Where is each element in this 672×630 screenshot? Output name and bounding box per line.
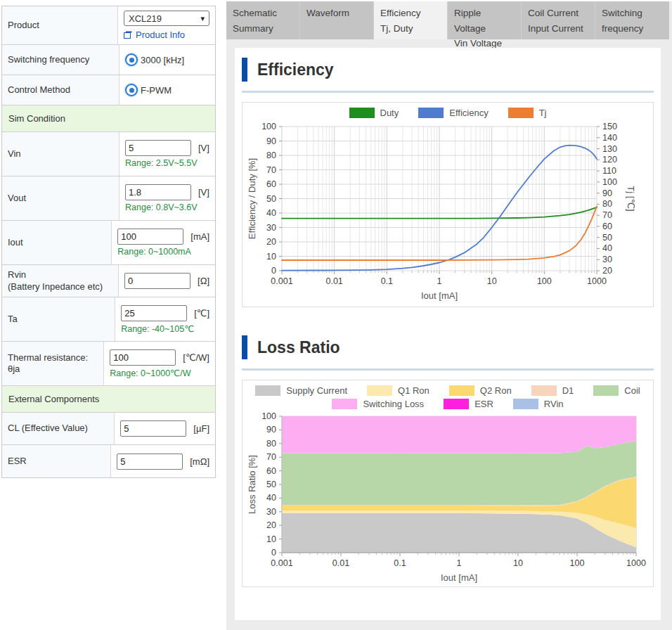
legend-swatch-coil: [593, 385, 619, 396]
svg-text:50: 50: [266, 480, 276, 489]
legend-swatch-tj: [508, 108, 534, 118]
svg-text:10: 10: [487, 276, 497, 286]
svg-text:1: 1: [457, 558, 462, 568]
svg-text:120: 120: [602, 155, 617, 165]
svg-text:1: 1: [437, 276, 442, 286]
legend-item-tj: Tj: [508, 108, 547, 118]
section-accent-bar: [242, 335, 247, 359]
form-row-product: ProductXCL219▾Product Info: [2, 6, 215, 45]
form-label-vout: Vout: [2, 176, 119, 220]
loss-ratio-chart-legend: Supply CurrentQ1 RonQ2 RonD1CoilSwitchin…: [245, 384, 650, 412]
svg-text:40: 40: [266, 493, 276, 503]
svg-text:130: 130: [602, 144, 617, 154]
tab-label-line: frequency: [602, 21, 663, 37]
input-cl-effective-value[interactable]: [120, 420, 186, 437]
input-vin[interactable]: [125, 140, 191, 156]
svg-text:150: 150: [602, 122, 617, 131]
svg-text:0.1: 0.1: [394, 558, 406, 568]
form-row-esr: ESR[mΩ]: [2, 445, 215, 477]
tab-coil-current-input-current[interactable]: Coil CurrentInput Current: [522, 1, 595, 39]
svg-text:Tj [℃]: Tj [℃]: [626, 186, 636, 211]
radio-button[interactable]: [125, 53, 138, 66]
tab-label-line: Switching: [602, 6, 663, 21]
legend-swatch-duty: [349, 108, 375, 118]
section-header-label: Sim Condition: [8, 113, 65, 124]
legend-item-supply-current: Supply Current: [255, 385, 347, 396]
form-label-text: ESR: [8, 456, 105, 467]
tab-schematic-summary[interactable]: SchematicSummary: [226, 1, 300, 39]
legend-swatch-q1-ron: [367, 385, 392, 396]
legend-label: Efficiency: [449, 108, 488, 118]
input-iout[interactable]: [117, 229, 183, 245]
radio-dot: [129, 88, 134, 93]
product-info-link[interactable]: Product Info: [124, 30, 209, 40]
form-row-vin: Vin[V]Range: 2.5V~5.5V: [2, 132, 215, 176]
svg-text:30: 30: [602, 255, 612, 264]
input-line-iout: [mA]: [117, 229, 209, 245]
form-label-text-line2: (Battery Inpedance etc): [8, 281, 112, 292]
radio-option-label: 3000 [kHz]: [141, 55, 184, 65]
product-info-icon: [124, 31, 132, 39]
range-hint: Range: 0.8V~3.6V: [125, 202, 209, 212]
svg-text:0.1: 0.1: [381, 276, 393, 286]
svg-text:0.01: 0.01: [325, 276, 342, 286]
legend-label: Duty: [380, 108, 399, 118]
form-label-text: Vin: [8, 148, 113, 160]
form-label-esr: ESR: [2, 445, 111, 477]
form-label-ta: Ta: [2, 297, 115, 341]
legend-swatch-efficiency: [418, 108, 444, 118]
input-line-rvin: [Ω]: [124, 273, 209, 289]
svg-text:40: 40: [602, 243, 612, 253]
input-line-ta: [℃]: [121, 305, 209, 321]
range-hint: Range: 2.5V~5.5V: [125, 158, 209, 168]
section-header-external-compornents: External Compornents: [2, 386, 215, 413]
svg-text:0.001: 0.001: [271, 276, 292, 286]
svg-text:80: 80: [266, 439, 276, 449]
input-line-vin: [V]: [125, 140, 209, 156]
tab-waveform[interactable]: Waveform: [300, 1, 374, 39]
svg-text:90: 90: [266, 425, 276, 435]
results-card: Efficiency DutyEfficiencyTj 0.0010.010.1…: [235, 48, 661, 620]
result-tab-bar: SchematicSummaryWaveformEfficiencyTj, Du…: [226, 1, 672, 39]
form-label-text: Switching frequency: [8, 54, 113, 65]
radio-dot: [129, 58, 134, 63]
tab-ripple-voltage-vin-voltage[interactable]: Ripple VoltageVin Voltage: [448, 1, 522, 39]
form-label-text: Control Method: [8, 84, 113, 96]
form-value-thermal-resistance-ja: [℃/W]Range: 0~1000℃/W: [104, 342, 215, 385]
svg-text:0.001: 0.001: [271, 558, 292, 568]
input-rvin[interactable]: [124, 273, 190, 289]
input-vout[interactable]: [125, 184, 191, 200]
radio-button[interactable]: [125, 84, 138, 96]
legend-swatch-d1: [531, 385, 557, 396]
form-label-text: Product: [8, 20, 112, 31]
unit-label: [mA]: [190, 231, 209, 242]
legend-label: Q1 Ron: [398, 385, 429, 396]
tab-efficiency-tj-duty[interactable]: EfficiencyTj, Duty: [374, 1, 448, 39]
svg-text:20: 20: [602, 266, 612, 276]
form-row-thermal-resistance-ja: Thermal resistance: θja[℃/W]Range: 0~100…: [2, 342, 215, 386]
svg-text:70: 70: [266, 165, 276, 175]
input-ta[interactable]: [121, 305, 187, 321]
legend-item-d1: D1: [531, 385, 574, 396]
unit-label: [℃]: [194, 308, 209, 319]
svg-text:60: 60: [266, 466, 276, 476]
input-esr[interactable]: [117, 454, 183, 470]
svg-text:70: 70: [266, 452, 276, 462]
legend-row: DutyEfficiencyTj: [245, 108, 650, 118]
svg-text:10: 10: [513, 558, 523, 568]
legend-item-efficiency: Efficiency: [418, 108, 488, 118]
svg-text:60: 60: [602, 221, 612, 231]
form-label-text: CL (Effective Value): [8, 423, 108, 434]
efficiency-section-title: Efficiency: [257, 60, 334, 79]
product-select[interactable]: XCL219▾: [124, 11, 209, 26]
form-label-thermal-resistance-ja: Thermal resistance: θja: [2, 342, 104, 385]
form-value-rvin: [Ω]: [119, 265, 215, 297]
svg-text:70: 70: [602, 210, 612, 220]
form-value-ta: [℃]Range: -40~105℃: [115, 297, 215, 341]
form-label-control-method: Control Method: [2, 75, 119, 105]
svg-text:100: 100: [602, 177, 617, 187]
input-thermal-resistance-ja[interactable]: [110, 349, 176, 366]
tab-switching-frequency[interactable]: Switchingfrequency: [595, 1, 669, 39]
legend-label: ESR: [474, 399, 493, 409]
efficiency-chart-box: DutyEfficiencyTj 0.0010.010.111010010000…: [242, 102, 654, 307]
